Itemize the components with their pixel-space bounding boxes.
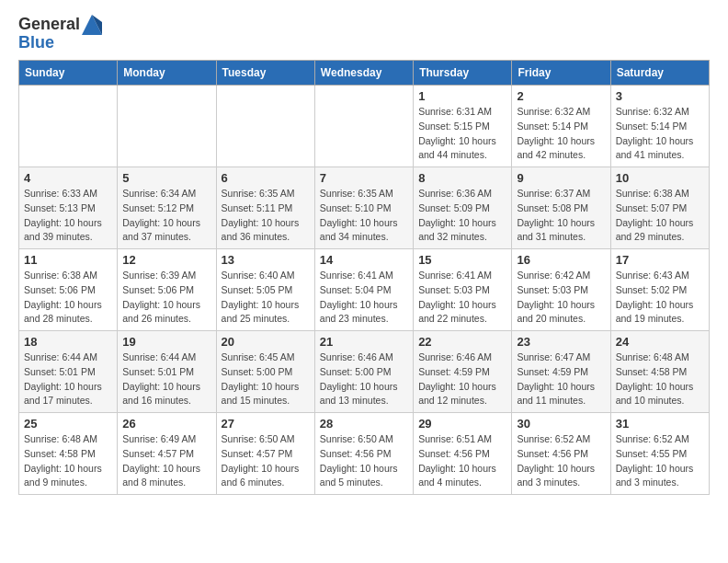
day-info: Sunrise: 6:50 AM Sunset: 4:57 PM Dayligh… (222, 432, 310, 490)
day-number: 5 (122, 171, 210, 185)
calendar-cell: 23Sunrise: 6:47 AM Sunset: 4:59 PM Dayli… (512, 331, 610, 413)
day-number: 30 (517, 417, 605, 431)
calendar-cell: 14Sunrise: 6:41 AM Sunset: 5:04 PM Dayli… (314, 249, 413, 331)
day-info: Sunrise: 6:40 AM Sunset: 5:05 PM Dayligh… (222, 269, 310, 327)
day-info: Sunrise: 6:31 AM Sunset: 5:15 PM Dayligh… (418, 105, 506, 163)
day-number: 9 (517, 171, 605, 185)
calendar-cell: 27Sunrise: 6:50 AM Sunset: 4:57 PM Dayli… (216, 413, 314, 495)
day-info: Sunrise: 6:32 AM Sunset: 5:14 PM Dayligh… (616, 105, 704, 163)
logo-blue: Blue (18, 33, 102, 52)
day-number: 20 (222, 335, 310, 349)
day-info: Sunrise: 6:47 AM Sunset: 4:59 PM Dayligh… (517, 350, 605, 408)
day-number: 27 (222, 417, 310, 431)
day-info: Sunrise: 6:49 AM Sunset: 4:57 PM Dayligh… (122, 432, 210, 490)
logo-text: General (18, 15, 102, 35)
calendar-cell: 13Sunrise: 6:40 AM Sunset: 5:05 PM Dayli… (216, 249, 314, 331)
calendar-cell: 19Sunrise: 6:44 AM Sunset: 5:01 PM Dayli… (118, 331, 216, 413)
day-info: Sunrise: 6:34 AM Sunset: 5:12 PM Dayligh… (122, 187, 210, 245)
col-header-tuesday: Tuesday (216, 61, 314, 86)
day-info: Sunrise: 6:51 AM Sunset: 4:56 PM Dayligh… (418, 432, 506, 490)
calendar-cell (118, 86, 216, 167)
calendar-week-row: 18Sunrise: 6:44 AM Sunset: 5:01 PM Dayli… (19, 331, 710, 413)
day-number: 6 (222, 171, 310, 185)
day-info: Sunrise: 6:33 AM Sunset: 5:13 PM Dayligh… (24, 187, 112, 245)
calendar-week-row: 4Sunrise: 6:33 AM Sunset: 5:13 PM Daylig… (19, 167, 710, 249)
logo: General Blue (18, 15, 102, 52)
calendar-cell: 3Sunrise: 6:32 AM Sunset: 5:14 PM Daylig… (610, 86, 709, 167)
day-number: 29 (418, 417, 506, 431)
day-number: 16 (517, 253, 605, 267)
col-header-thursday: Thursday (414, 61, 512, 86)
calendar-cell: 5Sunrise: 6:34 AM Sunset: 5:12 PM Daylig… (118, 167, 216, 249)
calendar-cell: 18Sunrise: 6:44 AM Sunset: 5:01 PM Dayli… (19, 331, 118, 413)
day-info: Sunrise: 6:44 AM Sunset: 5:01 PM Dayligh… (122, 350, 210, 408)
day-info: Sunrise: 6:52 AM Sunset: 4:56 PM Dayligh… (517, 432, 605, 490)
day-number: 15 (418, 253, 506, 267)
day-number: 8 (418, 171, 506, 185)
day-number: 25 (24, 417, 112, 431)
calendar-cell: 26Sunrise: 6:49 AM Sunset: 4:57 PM Dayli… (118, 413, 216, 495)
day-info: Sunrise: 6:52 AM Sunset: 4:55 PM Dayligh… (616, 432, 704, 490)
calendar-cell: 21Sunrise: 6:46 AM Sunset: 5:00 PM Dayli… (314, 331, 413, 413)
day-number: 31 (616, 417, 704, 431)
day-number: 28 (320, 417, 408, 431)
calendar-cell: 2Sunrise: 6:32 AM Sunset: 5:14 PM Daylig… (512, 86, 610, 167)
day-number: 11 (24, 253, 112, 267)
calendar-cell (216, 86, 314, 167)
day-info: Sunrise: 6:39 AM Sunset: 5:06 PM Dayligh… (122, 269, 210, 327)
col-header-saturday: Saturday (610, 61, 709, 86)
calendar-cell: 11Sunrise: 6:38 AM Sunset: 5:06 PM Dayli… (19, 249, 118, 331)
day-info: Sunrise: 6:42 AM Sunset: 5:03 PM Dayligh… (517, 269, 605, 327)
day-info: Sunrise: 6:37 AM Sunset: 5:08 PM Dayligh… (517, 187, 605, 245)
day-number: 18 (24, 335, 112, 349)
day-info: Sunrise: 6:35 AM Sunset: 5:10 PM Dayligh… (320, 187, 408, 245)
calendar-cell: 24Sunrise: 6:48 AM Sunset: 4:58 PM Dayli… (610, 331, 709, 413)
day-info: Sunrise: 6:38 AM Sunset: 5:06 PM Dayligh… (24, 269, 112, 327)
day-info: Sunrise: 6:46 AM Sunset: 4:59 PM Dayligh… (418, 350, 506, 408)
day-number: 22 (418, 335, 506, 349)
calendar-cell: 20Sunrise: 6:45 AM Sunset: 5:00 PM Dayli… (216, 331, 314, 413)
page-header: General Blue (18, 15, 710, 52)
calendar-cell: 16Sunrise: 6:42 AM Sunset: 5:03 PM Dayli… (512, 249, 610, 331)
day-info: Sunrise: 6:43 AM Sunset: 5:02 PM Dayligh… (616, 269, 704, 327)
calendar-cell (19, 86, 118, 167)
day-number: 19 (122, 335, 210, 349)
day-info: Sunrise: 6:50 AM Sunset: 4:56 PM Dayligh… (320, 432, 408, 490)
logo-icon (82, 15, 102, 35)
calendar-week-row: 1Sunrise: 6:31 AM Sunset: 5:15 PM Daylig… (19, 86, 710, 167)
day-info: Sunrise: 6:36 AM Sunset: 5:09 PM Dayligh… (418, 187, 506, 245)
calendar-cell: 4Sunrise: 6:33 AM Sunset: 5:13 PM Daylig… (19, 167, 118, 249)
day-info: Sunrise: 6:48 AM Sunset: 4:58 PM Dayligh… (24, 432, 112, 490)
calendar-cell: 12Sunrise: 6:39 AM Sunset: 5:06 PM Dayli… (118, 249, 216, 331)
calendar-cell: 22Sunrise: 6:46 AM Sunset: 4:59 PM Dayli… (414, 331, 512, 413)
col-header-wednesday: Wednesday (314, 61, 413, 86)
calendar-cell: 25Sunrise: 6:48 AM Sunset: 4:58 PM Dayli… (19, 413, 118, 495)
col-header-sunday: Sunday (19, 61, 118, 86)
day-info: Sunrise: 6:38 AM Sunset: 5:07 PM Dayligh… (616, 187, 704, 245)
day-number: 13 (222, 253, 310, 267)
calendar-cell: 9Sunrise: 6:37 AM Sunset: 5:08 PM Daylig… (512, 167, 610, 249)
calendar-cell: 30Sunrise: 6:52 AM Sunset: 4:56 PM Dayli… (512, 413, 610, 495)
day-number: 23 (517, 335, 605, 349)
calendar-cell: 10Sunrise: 6:38 AM Sunset: 5:07 PM Dayli… (610, 167, 709, 249)
calendar-cell: 29Sunrise: 6:51 AM Sunset: 4:56 PM Dayli… (414, 413, 512, 495)
day-number: 26 (122, 417, 210, 431)
day-number: 24 (616, 335, 704, 349)
day-info: Sunrise: 6:41 AM Sunset: 5:03 PM Dayligh… (418, 269, 506, 327)
calendar-cell: 7Sunrise: 6:35 AM Sunset: 5:10 PM Daylig… (314, 167, 413, 249)
day-info: Sunrise: 6:35 AM Sunset: 5:11 PM Dayligh… (222, 187, 310, 245)
day-info: Sunrise: 6:48 AM Sunset: 4:58 PM Dayligh… (616, 350, 704, 408)
day-number: 12 (122, 253, 210, 267)
day-info: Sunrise: 6:46 AM Sunset: 5:00 PM Dayligh… (320, 350, 408, 408)
calendar-week-row: 25Sunrise: 6:48 AM Sunset: 4:58 PM Dayli… (19, 413, 710, 495)
calendar-cell: 28Sunrise: 6:50 AM Sunset: 4:56 PM Dayli… (314, 413, 413, 495)
day-number: 17 (616, 253, 704, 267)
day-info: Sunrise: 6:45 AM Sunset: 5:00 PM Dayligh… (222, 350, 310, 408)
day-number: 7 (320, 171, 408, 185)
calendar-table: SundayMondayTuesdayWednesdayThursdayFrid… (18, 60, 710, 495)
calendar-cell: 15Sunrise: 6:41 AM Sunset: 5:03 PM Dayli… (414, 249, 512, 331)
col-header-friday: Friday (512, 61, 610, 86)
day-number: 3 (616, 89, 704, 103)
calendar-cell: 17Sunrise: 6:43 AM Sunset: 5:02 PM Dayli… (610, 249, 709, 331)
day-number: 10 (616, 171, 704, 185)
